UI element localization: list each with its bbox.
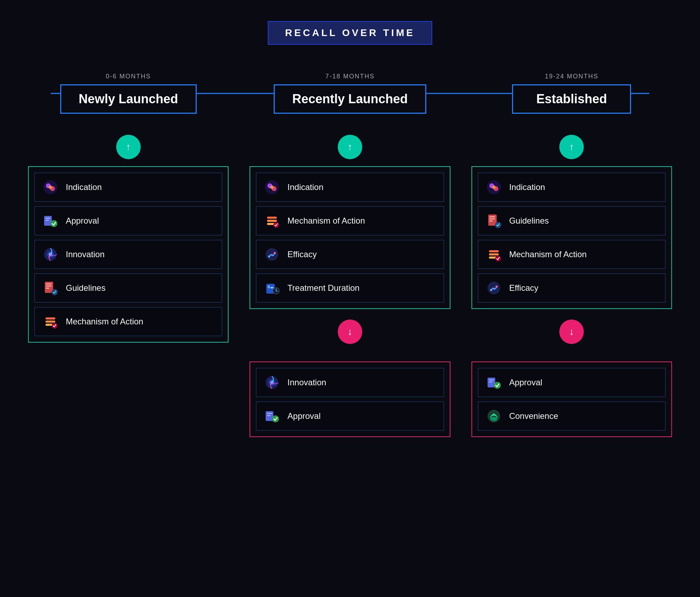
item-label: Indication — [287, 182, 323, 192]
positive-items-0: Indication — [28, 166, 229, 343]
treatment-duration-icon-1 — [263, 279, 281, 297]
svg-rect-6 — [46, 220, 49, 221]
svg-rect-25 — [267, 220, 277, 222]
svg-rect-17 — [46, 321, 55, 323]
item-label: Innovation — [66, 250, 105, 259]
efficacy-icon-2 — [485, 279, 503, 297]
svg-rect-62 — [489, 381, 492, 382]
svg-rect-41 — [267, 415, 271, 416]
svg-rect-16 — [46, 317, 55, 319]
svg-point-46 — [492, 185, 496, 189]
item-row: Mechanism of Action — [256, 206, 444, 236]
months-label-1: 7-18 MONTHS — [325, 73, 374, 80]
item-row: Approval — [34, 206, 222, 236]
svg-rect-52 — [489, 250, 499, 252]
timeline-section: 0-6 MONTHS Newly Launched 7-18 MONTHS Re… — [18, 73, 682, 437]
item-row: Indication — [256, 173, 444, 202]
svg-point-23 — [270, 185, 274, 189]
approval-icon-neg-1 — [263, 407, 281, 425]
item-row: Indication — [478, 173, 666, 202]
phase-box-0: Newly Launched — [60, 84, 197, 114]
svg-rect-34 — [271, 287, 273, 288]
positive-items-2: Indication — [471, 166, 672, 309]
item-row: Innovation — [34, 240, 222, 269]
item-label: Treatment Duration — [287, 283, 359, 293]
arrow-down-2: ↓ — [559, 319, 584, 344]
col-negative-2: ↓ — [471, 309, 672, 437]
svg-rect-33 — [268, 286, 270, 288]
guidelines-icon-2 — [485, 212, 503, 230]
svg-point-7 — [50, 220, 57, 227]
svg-point-30 — [271, 254, 273, 256]
arrow-up-2: ↑ — [559, 135, 584, 159]
svg-point-57 — [490, 289, 492, 291]
svg-rect-13 — [46, 286, 51, 287]
svg-point-3 — [49, 185, 52, 189]
approval-icon-neg-2 — [485, 373, 503, 392]
item-row: Convenience — [478, 401, 666, 431]
moa-icon-1 — [263, 212, 281, 230]
svg-rect-24 — [267, 217, 277, 219]
item-label: Approval — [287, 411, 321, 421]
moa-icon-2 — [485, 245, 503, 264]
phase-label-0: Newly Launched — [79, 92, 178, 106]
item-label: Guidelines — [66, 283, 105, 293]
innovation-icon-neg-1 — [263, 373, 281, 392]
col-positive-1: ↑ Indicati — [250, 135, 450, 309]
column-recently-launched: ↑ Indicati — [239, 135, 461, 437]
item-label: Approval — [66, 216, 99, 226]
item-row: Guidelines — [478, 206, 666, 236]
svg-point-58 — [493, 288, 495, 290]
item-row: Mechanism of Action — [478, 240, 666, 269]
svg-rect-53 — [489, 253, 499, 255]
page-title-banner: RECALL OVER TIME — [268, 21, 433, 45]
item-label: Indication — [66, 182, 102, 192]
months-label-0: 0-6 MONTHS — [106, 73, 151, 80]
indication-icon-0 — [41, 178, 59, 196]
column-newly-launched: ↑ Indicati — [18, 135, 239, 343]
arrow-up-icon-1: ↑ — [348, 142, 352, 152]
page-title: RECALL OVER TIME — [285, 27, 415, 38]
innovation-icon-0 — [41, 245, 59, 264]
arrow-down-icon-1: ↓ — [348, 327, 352, 337]
svg-rect-40 — [267, 413, 272, 414]
col-sections-2: ↑ Indicati — [471, 135, 672, 437]
columns-row: ↑ Indicati — [18, 135, 682, 437]
item-row: Efficacy — [478, 273, 666, 303]
indication-icon-1 — [263, 178, 281, 196]
item-label: Guidelines — [509, 216, 549, 226]
item-label: Mechanism of Action — [66, 317, 143, 326]
arrow-down-1: ↓ — [338, 319, 362, 344]
arrow-up-icon-0: ↑ — [126, 142, 131, 152]
item-row: Approval — [478, 368, 666, 397]
phase-label-2: Established — [536, 92, 607, 106]
item-row: Guidelines — [34, 273, 222, 303]
item-row: Innovation — [256, 368, 444, 397]
negative-items-1: Innovation — [250, 361, 450, 437]
svg-rect-14 — [46, 288, 49, 289]
months-label-2: 19-24 MONTHS — [545, 73, 598, 80]
convenience-icon-2 — [485, 407, 503, 425]
item-label: Convenience — [509, 411, 558, 421]
item-label: Mechanism of Action — [509, 250, 587, 259]
item-label: Efficacy — [287, 250, 317, 259]
svg-rect-48 — [489, 216, 495, 217]
moa-icon-0 — [41, 312, 59, 331]
col-sections-0: ↑ Indicati — [28, 135, 229, 343]
indication-icon-2 — [485, 178, 503, 196]
item-label: Mechanism of Action — [287, 216, 365, 226]
arrow-up-icon-2: ↑ — [569, 142, 574, 152]
svg-rect-49 — [489, 218, 495, 219]
arrow-down-icon-2: ↓ — [569, 327, 574, 337]
svg-rect-5 — [46, 218, 50, 219]
item-row: Efficacy — [256, 240, 444, 269]
item-label: Approval — [509, 378, 542, 387]
arrow-up-1: ↑ — [338, 135, 362, 159]
item-label: Innovation — [287, 378, 326, 387]
col-header-established: 19-24 MONTHS Established — [461, 73, 682, 114]
item-label: Efficacy — [509, 283, 539, 293]
efficacy-icon-1 — [263, 245, 281, 264]
item-label: Indication — [509, 182, 545, 192]
item-row: Approval — [256, 401, 444, 431]
col-positive-2: ↑ Indicati — [471, 135, 672, 309]
